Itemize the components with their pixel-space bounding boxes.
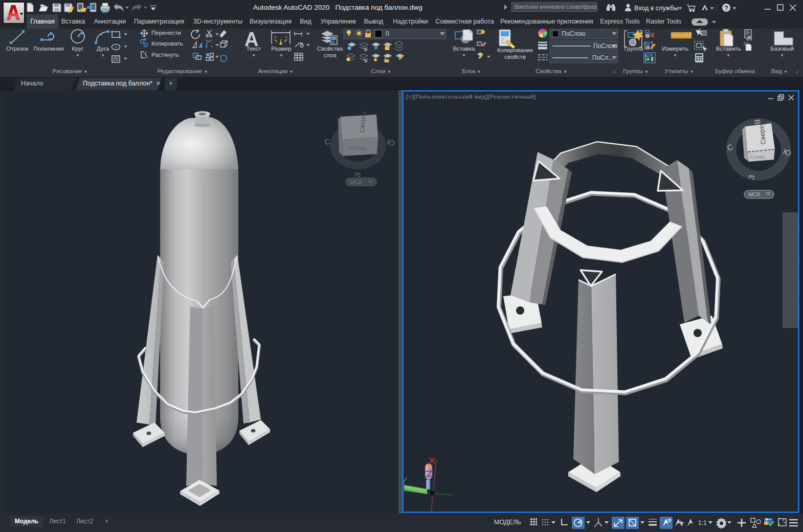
svg-text:Сверху: Сверху [359, 110, 367, 132]
svg-text:1:1: 1:1 [698, 519, 707, 526]
svg-text:МСК: МСК [350, 179, 362, 185]
svg-text:Ю: Ю [386, 138, 396, 148]
svg-text:З: З [353, 171, 363, 178]
svg-text:Вход в службы: Вход в службы [634, 5, 678, 12]
svg-text:?: ? [725, 5, 728, 12]
svg-text:С: С [324, 137, 331, 146]
svg-text:Слева: Слева [349, 145, 366, 151]
svg-text:Слева: Слева [750, 154, 765, 160]
svg-text:МСК: МСК [748, 191, 761, 197]
